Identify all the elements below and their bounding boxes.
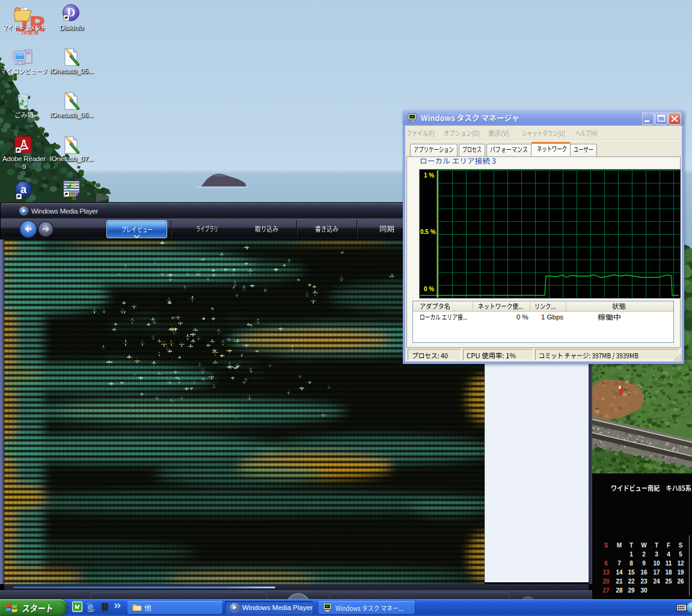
svg-text:27: 27: [602, 587, 610, 594]
svg-text:19: 19: [677, 569, 684, 576]
svg-text:8: 8: [629, 560, 633, 567]
svg-text:S: S: [604, 542, 608, 549]
svg-text:25: 25: [665, 578, 672, 585]
svg-text:5: 5: [679, 551, 682, 558]
svg-text:3: 3: [655, 551, 658, 558]
svg-text:F: F: [667, 542, 670, 549]
svg-text:26: 26: [677, 578, 684, 585]
svg-text:15: 15: [628, 569, 635, 576]
svg-text:23: 23: [640, 578, 648, 585]
svg-text:22: 22: [628, 578, 635, 585]
svg-text:17: 17: [653, 569, 660, 576]
svg-text:2: 2: [642, 551, 646, 558]
svg-text:T: T: [629, 542, 633, 549]
svg-text:T: T: [655, 542, 658, 549]
svg-text:12: 12: [677, 560, 684, 567]
svg-text:10: 10: [653, 560, 660, 567]
svg-text:30: 30: [640, 587, 648, 594]
svg-text:1: 1: [629, 551, 633, 558]
svg-text:M: M: [617, 542, 622, 549]
svg-text:13: 13: [602, 569, 610, 576]
svg-text:28: 28: [616, 587, 623, 594]
svg-text:6: 6: [604, 560, 608, 567]
svg-text:24: 24: [653, 578, 660, 585]
svg-text:21: 21: [616, 578, 623, 585]
svg-text:18: 18: [665, 569, 672, 576]
svg-text:9: 9: [642, 560, 646, 567]
svg-text:W: W: [641, 542, 647, 549]
svg-text:16: 16: [640, 569, 648, 576]
svg-text:7: 7: [617, 560, 621, 567]
svg-text:11: 11: [666, 560, 672, 567]
svg-text:S: S: [679, 542, 683, 549]
svg-text:20: 20: [602, 578, 610, 585]
svg-text:29: 29: [628, 587, 635, 594]
svg-text:4: 4: [667, 551, 670, 558]
svg-text:14: 14: [616, 569, 623, 576]
